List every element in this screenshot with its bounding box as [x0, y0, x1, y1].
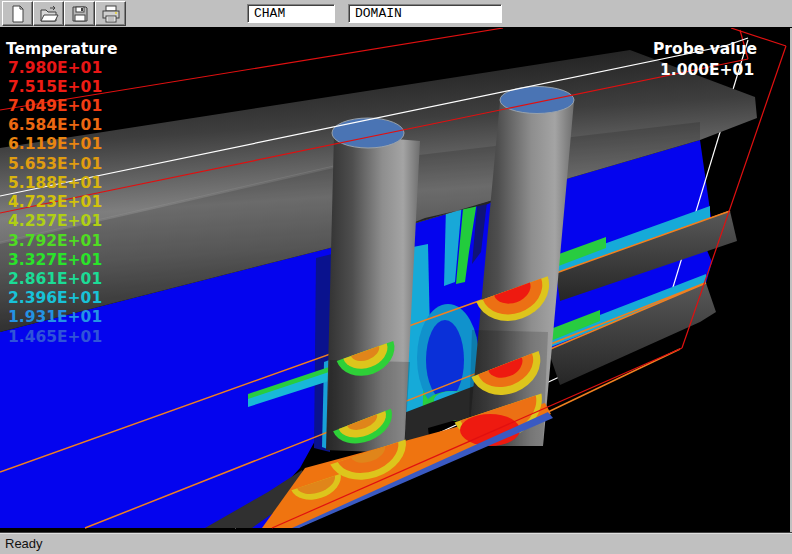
- new-file-button[interactable]: [2, 1, 33, 26]
- open-file-button[interactable]: [33, 1, 64, 26]
- save-floppy-icon: [70, 4, 90, 24]
- legend-value: 1.931E+01: [8, 308, 102, 326]
- legend-title: Temperature: [6, 40, 118, 58]
- temperature-legend: Temperature 7.980E+01 7.515E+01 7.049E+0…: [6, 40, 118, 346]
- legend-value: 7.049E+01: [8, 97, 102, 115]
- printer-icon: [101, 4, 121, 24]
- save-file-button[interactable]: [64, 1, 95, 26]
- object-field[interactable]: DOMAIN: [348, 4, 502, 23]
- legend-value: 2.396E+01: [8, 289, 102, 307]
- legend-value: 4.723E+01: [8, 193, 102, 211]
- legend-value: 3.792E+01: [8, 232, 102, 250]
- case-field[interactable]: CHAM: [247, 4, 335, 23]
- status-text: Ready: [5, 536, 43, 551]
- legend-value: 4.257E+01: [8, 212, 102, 230]
- probe-value: 1.000E+01: [660, 61, 754, 79]
- phoenics-viewer-window: CHAM DOMAIN: [0, 0, 792, 554]
- legend-value: 2.861E+01: [8, 270, 102, 288]
- probe-label: Probe value: [653, 40, 757, 58]
- toolbar: CHAM DOMAIN: [0, 0, 792, 28]
- graphics-viewport[interactable]: Temperature 7.980E+01 7.515E+01 7.049E+0…: [0, 28, 792, 532]
- legend-value: 5.188E+01: [8, 174, 102, 192]
- open-folder-icon: [39, 4, 59, 24]
- legend-value: 6.119E+01: [8, 135, 102, 153]
- legend-value: 5.653E+01: [8, 155, 102, 173]
- print-button[interactable]: [95, 1, 126, 26]
- new-document-icon: [8, 4, 28, 24]
- legend-value: 7.515E+01: [8, 78, 102, 96]
- left-pipe-cut-top: [332, 118, 404, 148]
- status-bar: Ready: [0, 532, 792, 554]
- legend-value: 1.465E+01: [8, 328, 102, 346]
- cfd-scene: Temperature 7.980E+01 7.515E+01 7.049E+0…: [0, 28, 790, 532]
- legend-value: 3.327E+01: [8, 251, 102, 269]
- case-field-value: CHAM: [254, 6, 285, 21]
- legend-value: 7.980E+01: [8, 59, 102, 77]
- legend-value: 6.584E+01: [8, 116, 102, 134]
- object-field-value: DOMAIN: [355, 6, 402, 21]
